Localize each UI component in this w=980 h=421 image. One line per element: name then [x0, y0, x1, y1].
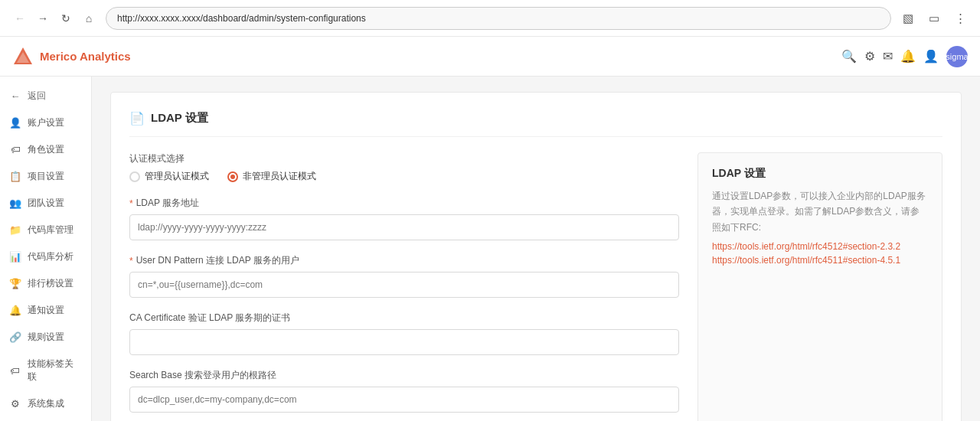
back-button[interactable]: ←: [9, 8, 31, 29]
extensions-icon[interactable]: ▧: [897, 8, 919, 29]
info-panel-description: 通过设置LDAP参数，可以接入企业内部的LDAP服务器，实现单点登录。如需了解L…: [712, 188, 928, 235]
nav-buttons: ← → ↻ ⌂: [9, 8, 100, 29]
menu-icon[interactable]: ⋮: [949, 8, 971, 29]
browser-topbar: ← → ↻ ⌂ ▧ ▭ ⋮: [0, 0, 980, 37]
tab-icon[interactable]: ▭: [923, 8, 945, 29]
browser-icons: ▧ ▭ ⋮: [897, 8, 971, 29]
project-icon: 📋: [9, 171, 21, 182]
app-header: Merico Analytics 🔍 ⚙ ✉ 🔔 👤 sigma: [0, 37, 980, 77]
info-link-0[interactable]: https://tools.ietf.org/html/rfc4512#sect…: [712, 241, 928, 252]
user-dn-input[interactable]: [129, 272, 679, 298]
sidebar-item-ranking[interactable]: 🏆 排行榜设置: [0, 270, 91, 297]
account-icon: 👤: [9, 117, 21, 129]
section-title: LDAP 设置: [151, 111, 208, 126]
reload-button[interactable]: ↻: [55, 8, 77, 29]
user-dn-label: * User DN Pattern 连接 LDAP 服务的用户: [129, 254, 679, 267]
bell-icon[interactable]: 🔔: [900, 49, 916, 64]
ldap-server-label: * LDAP 服务地址: [129, 197, 679, 210]
radio-admin-mode[interactable]: 管理员认证模式: [129, 170, 209, 183]
ldap-server-group: * LDAP 服务地址: [129, 197, 679, 240]
auth-mode-group: 认证模式选择 管理员认证模式 非管理员认证模式: [129, 152, 679, 183]
search-base-label: Search Base 搜索登录用户的根路径: [129, 369, 679, 382]
skill-tags-icon: 🏷: [9, 365, 21, 377]
sidebar-item-project[interactable]: 📋 项目设置: [0, 163, 91, 190]
sidebar-item-skill-tags[interactable]: 🏷 技能标签关联: [0, 351, 91, 390]
sidebar: ← 返回 👤 账户设置 🏷 角色设置 📋 项目设置 👥 团队设置 📁 代码库管理…: [0, 77, 92, 421]
header-right: 🔍 ⚙ ✉ 🔔 👤 sigma: [841, 46, 968, 67]
ca-cert-input[interactable]: [129, 329, 679, 355]
sidebar-item-repo-mgmt[interactable]: 📁 代码库管理: [0, 217, 91, 243]
mail-icon[interactable]: ✉: [883, 49, 893, 64]
radio-nonadmin-mode[interactable]: 非管理员认证模式: [227, 170, 316, 183]
required-star2: *: [129, 256, 133, 266]
sidebar-item-url-rules[interactable]: 🔗 规则设置: [0, 324, 91, 351]
sidebar-item-analysis-config[interactable]: 🔧 分析配置: [0, 417, 91, 421]
search-base-input[interactable]: [129, 387, 679, 413]
radio-nonadmin-label: 非管理员认证模式: [243, 170, 316, 183]
ldap-section: 📄 LDAP 设置 认证模式选择 管理员认证模式: [110, 92, 962, 421]
search-icon[interactable]: 🔍: [841, 49, 857, 64]
section-file-icon: 📄: [129, 111, 145, 126]
sidebar-item-integration[interactable]: ⚙ 系统集成: [0, 390, 91, 417]
auth-mode-label: 认证模式选择: [129, 152, 679, 165]
main-content: 📄 LDAP 设置 认证模式选择 管理员认证模式: [92, 77, 980, 421]
ca-cert-label: CA Certificate 验证 LDAP 服务期的证书: [129, 312, 679, 325]
ranking-icon: 🏆: [9, 278, 21, 289]
page-layout: ← 返回 👤 账户设置 🏷 角色设置 📋 项目设置 👥 团队设置 📁 代码库管理…: [0, 77, 980, 421]
info-panel-title: LDAP 设置: [712, 167, 928, 181]
sidebar-item-account[interactable]: 👤 账户设置: [0, 109, 91, 136]
integration-icon: ⚙: [9, 398, 21, 410]
avatar: sigma: [946, 46, 968, 67]
user-dn-group: * User DN Pattern 连接 LDAP 服务的用户: [129, 254, 679, 298]
home-button[interactable]: ⌂: [78, 8, 100, 29]
settings-icon[interactable]: ⚙: [864, 49, 875, 64]
user-circle-icon[interactable]: 👤: [923, 49, 939, 64]
avatar-label: sigma: [946, 52, 968, 61]
back-arrow-icon: ←: [9, 90, 21, 102]
sidebar-item-team[interactable]: 👥 团队设置: [0, 190, 91, 217]
sidebar-back[interactable]: ← 返回: [0, 83, 91, 109]
app-name: Merico Analytics: [40, 50, 131, 63]
content-row: 认证模式选择 管理员认证模式 非管理员认证模式: [129, 152, 942, 421]
radio-group: 管理员认证模式 非管理员认证模式: [129, 170, 679, 183]
team-icon: 👥: [9, 197, 21, 209]
url-bar[interactable]: [106, 7, 891, 30]
search-base-group: Search Base 搜索登录用户的根路径: [129, 369, 679, 413]
form-area: 认证模式选择 管理员认证模式 非管理员认证模式: [129, 152, 679, 421]
section-header: 📄 LDAP 设置: [129, 111, 942, 137]
radio-nonadmin-circle: [227, 171, 238, 182]
notification-icon: 🔔: [9, 305, 21, 316]
radio-admin-label: 管理员认证模式: [145, 170, 209, 183]
repo-analysis-icon: 📊: [9, 251, 21, 263]
info-panel: LDAP 设置 通过设置LDAP参数，可以接入企业内部的LDAP服务器，实现单点…: [697, 152, 942, 421]
url-rules-icon: 🔗: [9, 331, 21, 343]
ldap-server-input[interactable]: [129, 214, 679, 240]
forward-button[interactable]: →: [32, 8, 54, 29]
info-link-1[interactable]: https://tools.ietf.org/html/rfc4511#sect…: [712, 255, 928, 266]
repo-mgmt-icon: 📁: [9, 224, 21, 236]
sidebar-item-notification[interactable]: 🔔 通知设置: [0, 297, 91, 324]
role-icon: 🏷: [9, 144, 21, 155]
radio-admin-circle: [129, 171, 140, 182]
ca-cert-group: CA Certificate 验证 LDAP 服务期的证书: [129, 312, 679, 355]
sidebar-item-repo-analysis[interactable]: 📊 代码库分析: [0, 243, 91, 270]
sidebar-item-role[interactable]: 🏷 角色设置: [0, 136, 91, 163]
required-star: *: [129, 198, 133, 209]
logo-area: Merico Analytics: [12, 46, 131, 67]
logo-icon: [12, 46, 34, 67]
